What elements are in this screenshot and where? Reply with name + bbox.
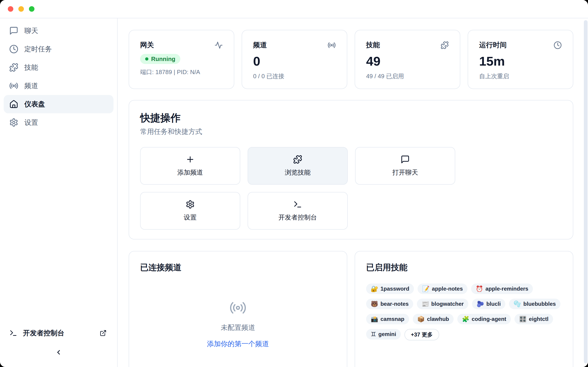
action-label: 打开聊天: [392, 168, 418, 177]
terminal-icon: [9, 329, 17, 337]
stat-title: 网关: [140, 40, 154, 50]
stat-subtext: 49 / 49 已启用: [366, 72, 449, 80]
sidebar-item-label: 频道: [24, 81, 38, 91]
section-title: 快捷操作: [140, 111, 562, 124]
skill-chip: 🎛️eightctl: [515, 314, 553, 324]
developer-console-button[interactable]: 开发者控制台: [248, 192, 348, 230]
skill-chip: ⏰apple-reminders: [471, 284, 533, 294]
app-window: 聊天 定时任务 技能 频道 仪表盘 设置: [0, 0, 588, 367]
skill-chip: 🧩coding-agent: [457, 314, 511, 324]
stat-value: 0: [253, 54, 336, 68]
stat-title: 运行时间: [479, 40, 507, 50]
skill-emoji: 🐻: [371, 301, 378, 307]
sidebar-item-settings[interactable]: 设置: [4, 113, 113, 132]
section-subtitle: 常用任务和快捷方式: [140, 127, 562, 136]
quick-actions-section: 快捷操作 常用任务和快捷方式 添加频道 浏览技能 打开聊天: [129, 100, 573, 240]
close-button[interactable]: [8, 6, 13, 12]
sidebar-item-skills[interactable]: 技能: [4, 58, 113, 77]
radio-icon: [9, 81, 18, 90]
gear-icon: [186, 200, 195, 209]
skill-chip: 🫐blucli: [472, 299, 505, 309]
status-dot: [145, 57, 148, 60]
sidebar-item-dashboard[interactable]: 仪表盘: [4, 95, 113, 113]
sidebar-item-label: 设置: [24, 118, 38, 127]
vertical-scrollbar[interactable]: [584, 20, 588, 363]
skill-chips: 🔐1password 📝apple-notes ⏰apple-reminders…: [366, 284, 562, 340]
stat-subtext: 0 / 0 已连接: [253, 72, 336, 80]
skill-emoji: 📝: [422, 286, 430, 292]
skill-chip: 🔐1password: [366, 284, 414, 294]
skill-emoji: 🎛️: [519, 316, 527, 322]
title-bar: [0, 0, 588, 18]
stat-value: 49: [366, 54, 449, 68]
puzzle-icon: [9, 63, 18, 72]
home-icon: [9, 100, 18, 109]
sidebar-item-label: 仪表盘: [24, 100, 45, 109]
skill-emoji: ⏰: [476, 286, 483, 292]
skill-chip: 📸camsnap: [366, 314, 409, 324]
gear-icon: [9, 118, 18, 127]
action-label: 设置: [184, 213, 197, 222]
stat-card-skills: 技能 49 49 / 49 已启用: [355, 30, 460, 89]
sidebar: 聊天 定时任务 技能 频道 仪表盘 设置: [0, 18, 118, 367]
skill-emoji: 🧩: [462, 316, 469, 322]
clock-icon: [9, 44, 18, 54]
add-channel-button[interactable]: 添加频道: [140, 147, 240, 185]
sidebar-item-channels[interactable]: 频道: [4, 77, 113, 95]
main-content: 网关 Running 端口: 18789 | PID: N/A 频道 0 0 /…: [118, 18, 588, 367]
developer-console-label: 开发者控制台: [23, 328, 64, 338]
terminal-icon: [293, 200, 302, 209]
show-more-skills-button[interactable]: +37 更多: [405, 329, 439, 340]
section-title: 已启用技能: [366, 262, 562, 273]
stat-card-channels: 频道 0 0 / 0 已连接: [242, 30, 347, 89]
skill-chip: 🐻bear-notes: [366, 299, 413, 309]
radio-icon: [229, 299, 247, 317]
chevron-left-icon: [55, 349, 62, 358]
sidebar-collapse-button[interactable]: [0, 347, 117, 360]
developer-console-link[interactable]: 开发者控制台: [0, 324, 117, 342]
settings-button[interactable]: 设置: [140, 192, 240, 230]
stat-subtext: 自上次重启: [479, 72, 562, 80]
skill-emoji: 🫐: [477, 301, 484, 307]
section-title: 已连接频道: [140, 262, 336, 273]
clock-icon: [553, 41, 562, 49]
connected-channels-section: 已连接频道 未配置频道 添加你的第一个频道: [129, 251, 347, 367]
status-badge: Running: [140, 54, 180, 64]
action-label: 开发者控制台: [278, 213, 317, 222]
bottom-row: 已连接频道 未配置频道 添加你的第一个频道 已启用技能 🔐1password 📝…: [129, 251, 573, 367]
puzzle-icon: [441, 41, 449, 49]
stat-card-uptime: 运行时间 15m 自上次重启: [468, 30, 573, 89]
zoom-button[interactable]: [29, 6, 35, 12]
skill-emoji: 📦: [417, 316, 425, 322]
skill-emoji: 📰: [422, 301, 429, 307]
puzzle-icon: [293, 155, 302, 164]
sidebar-item-label: 聊天: [24, 26, 38, 35]
browse-skills-button[interactable]: 浏览技能: [248, 147, 348, 185]
stat-value: 15m: [479, 54, 562, 68]
skill-chip: 📦clawhub: [413, 314, 454, 324]
chat-icon: [9, 26, 18, 35]
sidebar-item-chat[interactable]: 聊天: [4, 22, 113, 40]
open-chat-button[interactable]: 打开聊天: [355, 147, 455, 185]
skill-chip: ♊gemini: [366, 329, 401, 340]
enabled-skills-section: 已启用技能 🔐1password 📝apple-notes ⏰apple-rem…: [355, 251, 573, 367]
channels-empty-state: 未配置频道 添加你的第一个频道: [129, 299, 347, 349]
external-link-icon[interactable]: [100, 330, 107, 336]
radio-icon: [328, 41, 336, 49]
minimize-button[interactable]: [18, 6, 24, 12]
skill-chip: 📝apple-notes: [418, 284, 467, 294]
sidebar-item-scheduled-tasks[interactable]: 定时任务: [4, 40, 113, 58]
skill-emoji: 📸: [371, 316, 378, 322]
skill-chip: 🫧bluebubbles: [509, 299, 561, 309]
empty-state-text: 未配置频道: [221, 323, 255, 332]
action-label: 添加频道: [177, 168, 203, 177]
plus-icon: [186, 155, 195, 164]
sidebar-footer: 开发者控制台: [0, 324, 117, 367]
skill-emoji: 🫧: [514, 301, 521, 307]
activity-icon: [215, 41, 223, 49]
skill-emoji: 🔐: [371, 286, 378, 292]
add-first-channel-link[interactable]: 添加你的第一个频道: [207, 339, 269, 349]
stat-card-gateway: 网关 Running 端口: 18789 | PID: N/A: [129, 30, 234, 89]
chat-icon: [401, 155, 410, 164]
action-label: 浏览技能: [285, 168, 311, 177]
